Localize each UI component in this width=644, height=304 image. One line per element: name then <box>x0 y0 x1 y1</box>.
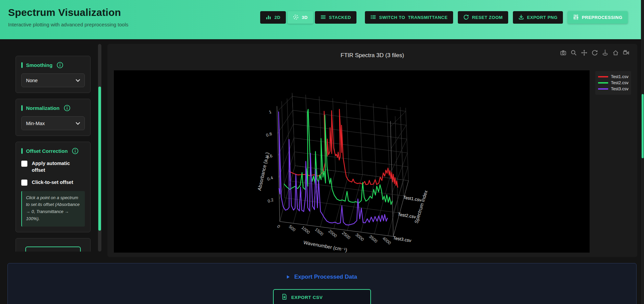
svg-text:0.4: 0.4 <box>267 176 274 182</box>
3d-plot-scene[interactable]: 050010001500200025003000350040000.20.40.… <box>114 70 590 253</box>
svg-text:Test2.csv: Test2.csv <box>397 212 416 219</box>
svg-text:0.2: 0.2 <box>267 197 274 204</box>
zoom-icon[interactable] <box>570 49 577 56</box>
view-stacked-button[interactable]: STACKED <box>315 11 356 24</box>
svg-text:1500: 1500 <box>314 227 324 237</box>
accent-bar <box>21 62 23 68</box>
camera-icon[interactable] <box>560 49 567 56</box>
sliders-icon <box>573 14 579 21</box>
plot-modebar: z <box>560 49 630 56</box>
page-scrollbar-track[interactable] <box>641 0 644 304</box>
accent-bar <box>21 148 23 154</box>
auto-offset-checkbox[interactable] <box>21 161 27 167</box>
export-png-button[interactable]: EXPORT PNG <box>513 11 563 24</box>
page-scrollbar-thumb[interactable] <box>642 94 644 158</box>
reset-icon <box>463 14 469 21</box>
svg-text:2500: 2500 <box>341 231 351 240</box>
stacked-lines-icon <box>320 14 326 21</box>
export-csv-button[interactable]: EXPORT CSV <box>273 289 371 304</box>
download-icon <box>518 14 524 21</box>
preprocessing-sidebar: Smoothing None Normalization Min-Max <box>8 44 102 252</box>
plot-legend: Test1.csv Test2.csv Test3.csv <box>595 71 631 95</box>
clipped-action-button[interactable] <box>25 247 81 252</box>
svg-text:Absorbance (a.u.): Absorbance (a.u.) <box>256 152 270 191</box>
offset-correction-panel: Offset Correction Apply automatic offset… <box>16 142 91 232</box>
accent-bar <box>21 105 23 111</box>
info-icon[interactable] <box>56 62 64 69</box>
svg-text:0: 0 <box>276 224 281 229</box>
legend-swatch-red <box>598 76 608 77</box>
legend-item[interactable]: Test2.csv <box>598 80 628 85</box>
view-3d-button[interactable]: 3D <box>288 11 313 24</box>
chevron-down-icon <box>76 78 80 83</box>
smoothing-panel: Smoothing None <box>16 56 91 93</box>
bar-chart-icon <box>266 14 271 21</box>
orbit-rotate-icon[interactable] <box>591 49 598 56</box>
export-summary-label: Export Processed Data <box>294 274 357 280</box>
list-icon <box>370 14 376 21</box>
chart-card: FTIR Spectra 3D (3 files) z 050010001500… <box>107 44 637 257</box>
click-offset-row[interactable]: Click-to-set offset <box>21 179 85 186</box>
legend-item[interactable]: Test3.csv <box>598 87 628 91</box>
svg-text:500: 500 <box>288 224 296 232</box>
chevron-down-icon <box>76 121 80 126</box>
svg-text:z: z <box>604 50 606 51</box>
svg-text:2000: 2000 <box>327 229 338 239</box>
normalization-select[interactable]: Min-Max <box>21 116 85 130</box>
offset-correction-title: Offset Correction <box>26 148 68 154</box>
app-header: Spectrum Visualization Interactive plott… <box>0 0 644 39</box>
svg-text:3500: 3500 <box>368 234 378 244</box>
legend-item[interactable]: Test1.csv <box>598 74 628 79</box>
info-icon[interactable] <box>72 147 79 155</box>
home-icon[interactable] <box>612 49 619 56</box>
legend-swatch-purple <box>598 88 608 90</box>
normalization-title: Normalization <box>26 105 59 111</box>
preprocessing-button[interactable]: PREPROCESSING <box>568 11 628 24</box>
sidebar-scrollbar-track[interactable] <box>98 44 101 252</box>
offset-help-text: Click a point on a spectrum to set its o… <box>26 194 81 223</box>
turntable-rotate-icon[interactable]: z <box>601 49 609 56</box>
smoothing-select[interactable]: None <box>21 73 85 87</box>
svg-text:Wavenumber (cm⁻¹): Wavenumber (cm⁻¹) <box>303 240 348 253</box>
reset-zoom-button[interactable]: RESET ZOOM <box>458 11 508 24</box>
clipped-panel <box>16 238 91 252</box>
auto-offset-row[interactable]: Apply automatic offset <box>21 160 85 173</box>
svg-text:1000: 1000 <box>300 225 311 235</box>
toolbar: 2D 3D STACKED SWITCH TO TRANSMITTANCE RE… <box>260 11 628 24</box>
export-section: Export Processed Data EXPORT CSV <box>7 263 637 304</box>
svg-text:3000: 3000 <box>354 232 365 242</box>
svg-text:4000: 4000 <box>381 236 392 246</box>
file-download-icon <box>281 294 288 301</box>
svg-text:0.8: 0.8 <box>266 132 273 138</box>
triangle-right-icon <box>287 275 290 279</box>
svg-text:Spectrum Index: Spectrum Index <box>414 189 429 224</box>
view-2d-button[interactable]: 2D <box>260 11 286 24</box>
svg-text:Test3.csv: Test3.csv <box>393 235 412 243</box>
camera-last-icon[interactable] <box>622 49 630 56</box>
click-offset-checkbox[interactable] <box>21 180 27 186</box>
info-icon[interactable] <box>64 104 71 112</box>
switch-transmittance-button[interactable]: SWITCH TO TRANSMITTANCE <box>365 11 453 24</box>
sidebar-scrollbar-thumb[interactable] <box>98 87 101 231</box>
main-content: Smoothing None Normalization Min-Max <box>0 39 644 257</box>
normalization-panel: Normalization Min-Max <box>16 99 91 136</box>
pan-icon[interactable] <box>580 49 588 56</box>
export-summary-toggle[interactable]: Export Processed Data <box>8 274 636 280</box>
svg-text:Test1.csv: Test1.csv <box>403 195 422 203</box>
smoothing-title: Smoothing <box>26 62 52 68</box>
plot-scene-wrap: 050010001500200025003000350040000.20.40.… <box>114 70 590 253</box>
svg-text:1: 1 <box>268 110 272 115</box>
offset-help-box: Click a point on a spectrum to set its o… <box>21 191 85 227</box>
legend-swatch-green <box>598 82 608 84</box>
chart-title: FTIR Spectra 3D (3 files) <box>107 52 637 59</box>
orbit-3d-icon <box>293 14 299 21</box>
